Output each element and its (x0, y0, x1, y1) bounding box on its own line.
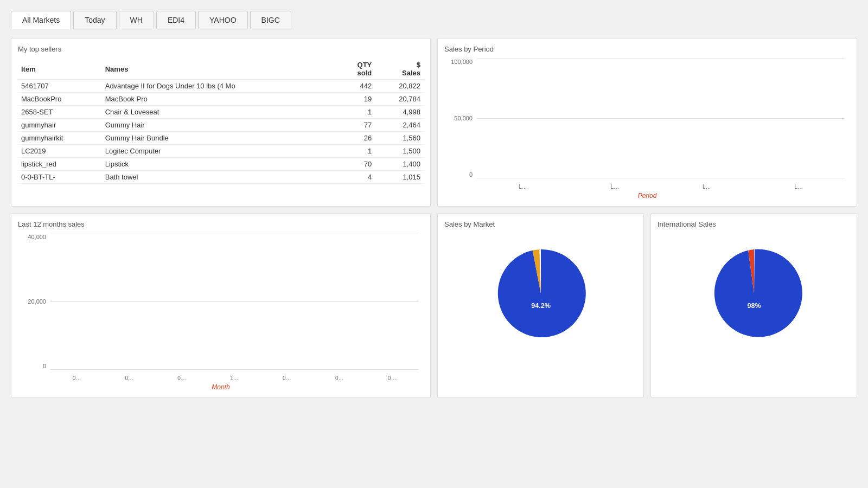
cell-sales: 1,500 (375, 145, 424, 158)
cell-qty: 77 (339, 119, 375, 132)
y-label-50k: 50,000 (454, 115, 473, 121)
col-item: Item (18, 59, 102, 80)
cell-item: gummyhairkit (18, 132, 102, 145)
sales-period-chart-area (477, 59, 845, 178)
sales-period-chart: 100,000 50,000 0 L…L…L…L… Period (444, 59, 850, 200)
tab-wh[interactable]: WH (119, 11, 154, 29)
period-axis-title: Period (638, 192, 657, 200)
col-qty: QTYsold (339, 59, 375, 80)
col-sales: $Sales (375, 59, 424, 80)
table-row: gummyhairkit Gummy Hair Bundle 26 1,560 (18, 132, 424, 145)
x-axis-label: L… (661, 184, 753, 190)
table-row: MacBookPro MacBook Pro 19 20,784 (18, 93, 424, 106)
intl-slice-blue (714, 249, 802, 337)
cell-sales: 20,784 (375, 93, 424, 106)
cell-sales: 4,998 (375, 106, 424, 119)
top-sellers-table-wrapper[interactable]: Item Names QTYsold $Sales 5461707 Advant… (18, 59, 424, 184)
market-slice-blue (497, 249, 585, 337)
x-axis-label: L… (477, 184, 569, 190)
cell-name: Gummy Hair Bundle (102, 132, 339, 145)
period-bars (477, 59, 845, 178)
y-0: 0 (43, 363, 46, 369)
table-row: gummyhair Gummy Hair 77 2,464 (18, 119, 424, 132)
international-sales-pie: 98% (658, 234, 850, 353)
x-axis-label: L… (569, 184, 661, 190)
cell-name: Bath towel (102, 171, 339, 184)
last12-chart-area (50, 234, 418, 369)
cell-item: LC2019 (18, 145, 102, 158)
tab-edi4[interactable]: EDI4 (156, 11, 196, 29)
cell-name: Gummy Hair (102, 119, 339, 132)
y-40k: 40,000 (28, 234, 46, 240)
last12-title: Last 12 months sales (18, 220, 424, 228)
market-pie-label: 94.2% (531, 302, 551, 310)
sales-period-title: Sales by Period (444, 45, 850, 53)
last12-y-axis: 40,000 20,000 0 (18, 234, 49, 369)
sales-by-market-pie: 94.2% (444, 234, 637, 353)
cell-item: MacBookPro (18, 93, 102, 106)
x-axis-label: 0… (156, 375, 208, 381)
cell-name: Logitec Computer (102, 145, 339, 158)
bottom-right-panels: Sales by Market 94.2% International Sale… (437, 213, 857, 398)
sales-by-period-panel: Sales by Period 100,000 50,000 0 L…L…L…L… (437, 38, 857, 207)
x-axis-label: 0… (366, 375, 418, 381)
cell-item: gummyhair (18, 119, 102, 132)
grid-bot (50, 369, 418, 370)
cell-sales: 20,822 (375, 80, 424, 93)
dashboard-grid: My top sellers Item Names QTYsold $Sales… (11, 38, 857, 398)
cell-qty: 70 (339, 158, 375, 171)
tab-today[interactable]: Today (73, 11, 116, 29)
tab-bigc[interactable]: BIGC (250, 11, 291, 29)
cell-qty: 26 (339, 132, 375, 145)
cell-name: Lipstick (102, 158, 339, 171)
table-row: 0-0-BT-TL- Bath towel 4 1,015 (18, 171, 424, 184)
cell-item: lipstick_red (18, 158, 102, 171)
cell-item: 5461707 (18, 80, 102, 93)
table-row: 2658-SET Chair & Loveseat 1 4,998 (18, 106, 424, 119)
period-x-axis: L…L…L…L… (477, 184, 845, 190)
tab-bar: All Markets Today WH EDI4 YAHOO BIGC (11, 11, 857, 29)
cell-name: Chair & Loveseat (102, 106, 339, 119)
cell-qty: 442 (339, 80, 375, 93)
cell-sales: 1,560 (375, 132, 424, 145)
x-axis-label: 1… (208, 375, 261, 381)
cell-name: MacBook Pro (102, 93, 339, 106)
grid-line-bot (477, 178, 845, 178)
last12-x-axis: 0…0…0…1…0…0…0… (50, 375, 418, 381)
market-pie-svg: 94.2% (492, 245, 590, 342)
sales-by-market-panel: Sales by Market 94.2% (437, 213, 644, 398)
y-20k: 20,000 (28, 298, 46, 305)
cell-qty: 19 (339, 93, 375, 106)
cell-item: 0-0-BT-TL- (18, 171, 102, 184)
table-row: LC2019 Logitec Computer 1 1,500 (18, 145, 424, 158)
last12-axis-title: Month (212, 383, 229, 391)
top-sellers-title: My top sellers (18, 45, 424, 53)
table-row: lipstick_red Lipstick 70 1,400 (18, 158, 424, 171)
international-sales-panel: International Sales 98% (650, 213, 857, 398)
y-label-0: 0 (469, 171, 473, 178)
x-axis-label: 0… (50, 375, 103, 381)
x-axis-label: 0… (103, 375, 156, 381)
intl-pie-label: 98% (747, 302, 761, 310)
last12-chart: 40,000 20,000 0 0…0…0…1…0…0…0… Month (18, 234, 424, 391)
table-row: 5461707 Advantage II for Dogs Under 10 l… (18, 80, 424, 93)
cell-sales: 1,400 (375, 158, 424, 171)
cell-sales: 2,464 (375, 119, 424, 132)
sales-period-y-axis: 100,000 50,000 0 (444, 59, 476, 178)
last12-bars (50, 234, 418, 369)
tab-all-markets[interactable]: All Markets (11, 11, 71, 29)
cell-sales: 1,015 (375, 171, 424, 184)
top-sellers-panel: My top sellers Item Names QTYsold $Sales… (11, 38, 431, 207)
col-names: Names (102, 59, 339, 80)
international-sales-title: International Sales (658, 220, 850, 228)
top-sellers-table: Item Names QTYsold $Sales 5461707 Advant… (18, 59, 424, 184)
intl-pie-svg: 98% (705, 245, 803, 342)
last12-panel: Last 12 months sales 40,000 20,000 0 0…0… (11, 213, 431, 398)
cell-qty: 1 (339, 106, 375, 119)
tab-yahoo[interactable]: YAHOO (198, 11, 248, 29)
cell-item: 2658-SET (18, 106, 102, 119)
cell-qty: 4 (339, 171, 375, 184)
x-axis-label: L… (753, 184, 845, 190)
cell-qty: 1 (339, 145, 375, 158)
x-axis-label: 0… (260, 375, 313, 381)
